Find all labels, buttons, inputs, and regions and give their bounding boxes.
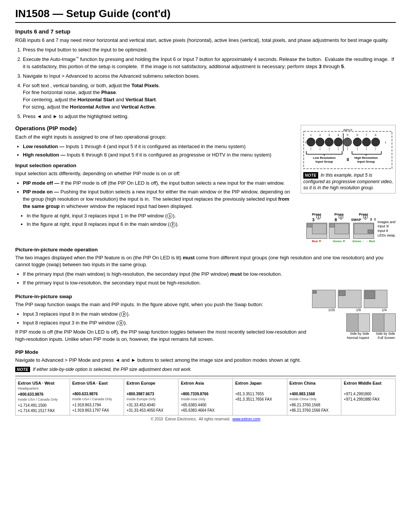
- screen-sbs-full-box: [372, 313, 396, 332]
- office-usa-west: Extron USA · West Headquarters +800.633.…: [16, 379, 70, 415]
- fig2-screen: [329, 223, 350, 239]
- fig3-main: [354, 224, 374, 234]
- screen-1-9-box: [338, 290, 362, 308]
- label-sbs-full: Side by SideFull Screen: [372, 332, 395, 340]
- pip-op-bullet-1: If the primary input (the main window) i…: [23, 271, 396, 278]
- svg-text:1: 1: [310, 134, 312, 136]
- inputs-setup-steps: Press the Input button to select the inp…: [23, 46, 396, 120]
- screen-layout-diagrams: 1/25 1/9 1/4: [312, 290, 396, 342]
- label-1-25: 1/25: [312, 308, 335, 312]
- input-selection-intro: Input selection acts differently, depend…: [15, 170, 297, 177]
- ops-bullet-high: High resolution — Inputs 6 through 8 (an…: [23, 152, 297, 159]
- svg-text:I: I: [305, 141, 306, 144]
- label-1-4: 1/4: [364, 308, 387, 312]
- office-usa-east: Extron USA · East +800.633.9876 Inside U…: [70, 379, 124, 415]
- svg-text:Low Resolution: Low Resolution: [313, 156, 336, 160]
- pip-mode-section: PIP Mode Navigate to Advanced > PIP Mode…: [15, 349, 396, 372]
- pip-swap-section: Picture-in-picture swap The PIP swap fun…: [15, 290, 308, 345]
- sub-bullet-2: In the figure at right, input 8 replaces…: [27, 221, 303, 228]
- pip-mode-on-bullet: PIP mode on — Pushing the input button s…: [23, 189, 297, 210]
- fig3-sidenote: Images andInput 3/Input 8LEDs swap.: [378, 212, 396, 238]
- sbs-right: [358, 314, 370, 331]
- fig3-swap: SWAP 3 3 8: [351, 216, 376, 222]
- sbs-full-right: [384, 314, 396, 331]
- ops-pip-bullets: Low resolution — Inputs 1 through 4 (and…: [23, 143, 297, 159]
- screen-sbs-normal-box: [346, 313, 370, 332]
- ops-bullet-low: Low resolution — Inputs 1 through 4 (and…: [23, 143, 297, 150]
- office-japan: Extron Japan +81.3.3511.7655 +81.3.3511.…: [233, 379, 287, 415]
- svg-point-18: [371, 138, 380, 146]
- pip-swap-layout: Picture-in-picture swap The PIP swap fun…: [15, 290, 396, 345]
- sub-bullet-1: In the figure at right, input 3 replaces…: [27, 212, 303, 220]
- svg-text:II: II: [347, 157, 349, 162]
- step-3: Navigate to Input > Advanced to access t…: [23, 73, 396, 80]
- screen-sbs-normal: Side by SideNormal Aspect: [346, 313, 370, 340]
- inputs-setup-heading: Inputs 6 and 7 setup: [15, 28, 396, 35]
- svg-text:4: 4: [338, 134, 339, 136]
- page-title: IN1508 — Setup Guide (cont'd): [15, 8, 396, 23]
- fig1-pip: [307, 224, 312, 227]
- input-selection-layout: In the figure at right, input 3 replaces…: [15, 212, 396, 243]
- inputs-setup-intro: RGB inputs 6 and 7 may need minor horizo…: [15, 37, 396, 44]
- fig1-num: 3 1: [312, 216, 321, 222]
- pip-mode-operation-section: Picture-in-picture mode operation The tw…: [15, 247, 396, 287]
- footer-offices: Extron USA · West Headquarters +800.633.…: [15, 379, 396, 415]
- pip-small-1: [339, 291, 346, 296]
- pip-swap-text1: The PIP swap function swaps the main and…: [15, 301, 308, 308]
- footer-website-link[interactable]: www.extron.com: [233, 417, 260, 421]
- fig3-circle: 3: [363, 215, 368, 219]
- svg-text:3: 3: [328, 134, 330, 136]
- pip-mode-op-text: The two images displayed when the PIP fe…: [15, 254, 396, 269]
- svg-text:8: 8: [375, 134, 376, 136]
- screen-sbs-full: Side by SideFull Screen: [372, 313, 396, 340]
- diagram-note: NOTE In this example, input 5 is configu…: [303, 172, 393, 191]
- operations-pip-section: Operations (PIP mode) INPUT 1 2 3 4 5 6 …: [15, 125, 396, 243]
- svg-text:High Resolution: High Resolution: [354, 156, 378, 160]
- pip-mode-op-bullets: If the primary input (the main window) i…: [23, 271, 396, 287]
- footer-copyright: © 2010 Extron Electronics. All rights re…: [15, 417, 396, 421]
- fig2-color: Green ▼: [329, 240, 350, 243]
- svg-text:7: 7: [366, 134, 367, 136]
- step-4: For soft text , vertical banding, or bot…: [23, 82, 396, 111]
- pip-swap-text2: If PIP mode is off (the PIP Mode On LED …: [15, 329, 308, 343]
- svg-point-17: [362, 138, 371, 146]
- pip-swap-bullet-1: Input 3 replaces input 8 in the main win…: [23, 311, 308, 318]
- fig1-color: Red ▼: [306, 240, 327, 243]
- pip-mode-off-bullet: PIP mode off — If the PIP mode is off (t…: [23, 180, 297, 187]
- svg-point-13: [334, 138, 342, 146]
- input-diagram-svg: INPUT 1 2 3 4 5 6 7 8: [303, 128, 392, 169]
- fig3-color: Green ←→ Red: [351, 240, 376, 243]
- svg-point-15: [343, 138, 352, 146]
- fig-1: Press 3 1 Red ▼: [306, 212, 327, 243]
- pip-op-bullet-2: If the primary input is low-resolution, …: [23, 280, 396, 287]
- pip-swap-bullets: Input 3 replaces input 8 in the main win…: [23, 311, 308, 327]
- fig-3: Press SWAP 3 3 8: [351, 212, 376, 243]
- ops-pip-intro: Each of the eight inputs is assigned to …: [15, 134, 297, 141]
- office-middle-east: Extron Middle East +971.4.2991800 +971.4…: [341, 379, 395, 415]
- office-asia: Extron Asia +800.7339.8766 Inside Asia O…: [178, 379, 233, 415]
- svg-text:Input Group: Input Group: [357, 160, 375, 163]
- fig1-screen: [306, 223, 327, 239]
- screen-row-1: 1/25 1/9 1/4: [312, 290, 396, 312]
- inputs-setup-section: Inputs 6 and 7 setup RGB inputs 6 and 7 …: [15, 28, 396, 120]
- office-china: Extron China +400.883.1568 Inside China …: [287, 379, 342, 415]
- sbs-left: [347, 314, 358, 331]
- page-container: IN1508 — Setup Guide (cont'd) Inputs 6 a…: [0, 0, 411, 425]
- svg-point-12: [325, 138, 333, 146]
- fig1-circle: 1: [316, 215, 321, 219]
- label-1-9: 1/9: [338, 308, 361, 312]
- svg-point-16: [353, 138, 362, 146]
- screen-1-4: 1/4: [364, 290, 387, 312]
- input-selection-bullets: PIP mode off — If the PIP mode is off (t…: [23, 180, 297, 210]
- step-1: Press the Input button to select the inp…: [23, 46, 396, 54]
- pip-mode-text: Navigate to Advanced > PIP Mode and pres…: [15, 357, 396, 364]
- sbs-full-left: [373, 314, 384, 331]
- step-5: Press ◄ and ► to adjust the highlighted …: [23, 113, 396, 120]
- pip-mode-heading: PIP Mode: [15, 349, 396, 355]
- step-2: Execute the Auto-Image™ function by pres…: [23, 56, 396, 70]
- swap-circle-3b: 3: [118, 320, 124, 326]
- office-europe: Extron Europe +800.3987.6673 Inside Euro…: [124, 379, 178, 415]
- footer: Extron USA · West Headquarters +800.633.…: [15, 376, 396, 421]
- fig2-circle: 2: [339, 215, 343, 219]
- fig2-pip: [330, 224, 335, 227]
